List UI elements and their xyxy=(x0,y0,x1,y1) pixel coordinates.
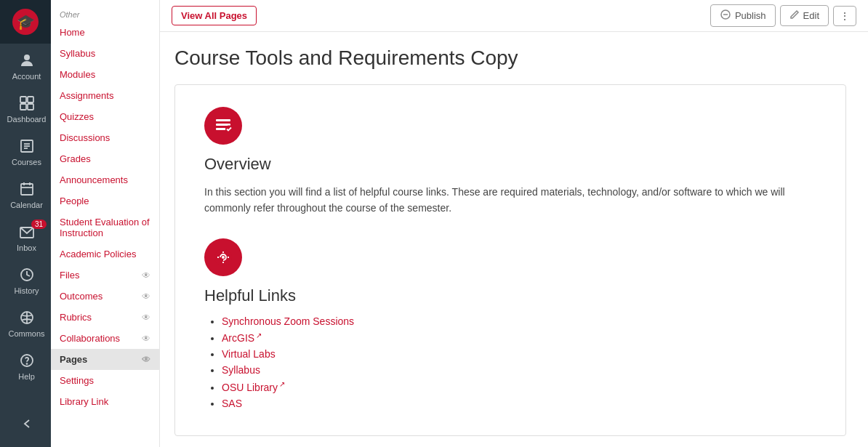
rubrics-visibility-icon: 👁 xyxy=(142,313,150,323)
svg-rect-1 xyxy=(20,97,26,102)
logo-icon: 🎓 xyxy=(12,9,39,35)
courses-nav-item[interactable]: Courses xyxy=(0,129,51,172)
files-visibility-icon: 👁 xyxy=(142,270,150,281)
course-nav-student-eval[interactable]: Student Evaluation of Instruction xyxy=(51,212,159,243)
svg-point-18 xyxy=(26,363,27,364)
overview-heading: Overview xyxy=(204,155,816,174)
link-arcgis[interactable]: ArcGIS↗ xyxy=(222,332,262,344)
list-item: Virtual Labs xyxy=(222,348,816,360)
overview-body: In this section you will find a list of … xyxy=(204,184,816,217)
sidebar-item-history[interactable]: History xyxy=(0,258,51,301)
sidebar-item-courses[interactable]: Courses xyxy=(0,129,51,172)
course-nav-modules[interactable]: Modules xyxy=(51,64,159,85)
list-item: ArcGIS↗ xyxy=(222,331,816,345)
content-area: Course Tools and Requirements Copy Overv… xyxy=(160,32,868,447)
sidebar-item-help[interactable]: Help xyxy=(0,344,51,387)
sidebar-item-inbox[interactable]: 31 Inbox xyxy=(0,215,51,258)
svg-rect-4 xyxy=(28,104,33,110)
collapse-icon xyxy=(17,414,36,433)
course-nav-academic-policies[interactable]: Academic Policies xyxy=(51,243,159,265)
svg-rect-9 xyxy=(21,184,33,195)
publish-icon xyxy=(720,9,731,23)
history-icon xyxy=(17,265,36,284)
svg-rect-21 xyxy=(216,119,230,121)
course-nav-settings[interactable]: Settings xyxy=(51,370,159,391)
course-nav-home[interactable]: Home xyxy=(51,22,159,43)
courses-label: Courses xyxy=(12,158,41,166)
dashboard-icon xyxy=(17,94,36,113)
course-nav-pages[interactable]: Pages 👁 xyxy=(51,349,159,370)
external-link-icon-2: ↗ xyxy=(279,380,285,388)
account-icon xyxy=(17,51,36,70)
logo[interactable]: 🎓 xyxy=(0,0,51,44)
top-bar-actions: Publish Edit ⋮ xyxy=(710,4,856,27)
help-icon xyxy=(17,351,36,370)
history-nav-item[interactable]: History xyxy=(0,258,51,301)
top-bar: View All Pages Publish Edit xyxy=(160,0,868,32)
main-content: View All Pages Publish Edit xyxy=(160,0,868,447)
calendar-icon xyxy=(17,180,36,198)
course-nav-announcements[interactable]: Announcements xyxy=(51,169,159,190)
inbox-badge: 31 xyxy=(31,220,47,229)
course-nav-outcomes[interactable]: Outcomes 👁 xyxy=(51,286,159,307)
publish-button[interactable]: Publish xyxy=(710,4,776,27)
helpful-links-icon xyxy=(204,238,242,276)
course-nav-section-label: Other xyxy=(51,4,159,22)
course-nav-library-link[interactable]: Library Link xyxy=(51,391,159,412)
course-nav-assignments[interactable]: Assignments xyxy=(51,85,159,106)
course-nav: Other Home Syllabus Modules Assignments … xyxy=(51,0,160,447)
more-options-button[interactable]: ⋮ xyxy=(833,6,856,26)
svg-rect-22 xyxy=(216,124,230,126)
course-nav-rubrics[interactable]: Rubrics 👁 xyxy=(51,307,159,328)
course-nav-people[interactable]: People xyxy=(51,190,159,212)
page-title: Course Tools and Requirements Copy xyxy=(174,47,846,70)
list-item: Syllabus xyxy=(222,364,816,376)
link-osu-library[interactable]: OSU Library↗ xyxy=(222,382,285,393)
commons-label: Commons xyxy=(8,329,44,338)
overview-icon xyxy=(204,107,242,145)
course-nav-collaborations[interactable]: Collaborations 👁 xyxy=(51,328,159,349)
dashboard-nav-item[interactable]: Dashboard xyxy=(0,86,51,129)
pages-visibility-icon: 👁 xyxy=(142,355,150,365)
link-sas[interactable]: SAS xyxy=(222,398,242,409)
view-all-pages-button[interactable]: View All Pages xyxy=(172,6,257,25)
course-nav-quizzes[interactable]: Quizzes xyxy=(51,106,159,127)
inbox-label: Inbox xyxy=(17,243,36,252)
list-item: OSU Library↗ xyxy=(222,380,816,393)
sidebar-item-calendar[interactable]: Calendar xyxy=(0,172,51,215)
help-label: Help xyxy=(18,372,35,381)
calendar-label: Calendar xyxy=(10,201,43,209)
svg-rect-23 xyxy=(216,128,226,130)
list-item: Synchronous Zoom Sessions xyxy=(222,315,816,327)
sidebar-item-account[interactable]: Account xyxy=(0,44,51,86)
link-virtual-labs[interactable]: Virtual Labs xyxy=(222,348,276,360)
dashboard-label: Dashboard xyxy=(7,115,47,124)
inbox-nav-item[interactable]: 31 Inbox xyxy=(0,215,51,258)
commons-icon xyxy=(17,308,36,327)
course-nav-grades[interactable]: Grades xyxy=(51,148,159,169)
sidebar-item-commons[interactable]: Commons xyxy=(0,301,51,344)
external-link-icon: ↗ xyxy=(256,331,262,339)
svg-point-26 xyxy=(222,256,225,259)
course-nav-syllabus[interactable]: Syllabus xyxy=(51,43,159,64)
calendar-nav-item[interactable]: Calendar xyxy=(0,172,51,215)
help-nav-item[interactable]: Help xyxy=(0,344,51,387)
svg-rect-2 xyxy=(28,97,33,102)
commons-nav-item[interactable]: Commons xyxy=(0,301,51,344)
svg-point-0 xyxy=(24,55,30,60)
collaborations-visibility-icon: 👁 xyxy=(142,334,150,344)
link-zoom[interactable]: Synchronous Zoom Sessions xyxy=(222,315,354,327)
account-nav-item[interactable]: Account xyxy=(0,44,51,86)
collapse-button[interactable] xyxy=(0,407,51,441)
course-nav-discussions[interactable]: Discussions xyxy=(51,127,159,148)
sidebar-item-dashboard[interactable]: Dashboard xyxy=(0,86,51,129)
history-label: History xyxy=(14,286,39,295)
outcomes-visibility-icon: 👁 xyxy=(142,291,150,302)
global-nav: 🎓 Account Dashboard xyxy=(0,0,51,447)
course-nav-files[interactable]: Files 👁 xyxy=(51,265,159,286)
edit-button[interactable]: Edit xyxy=(780,5,829,26)
svg-rect-3 xyxy=(20,104,26,110)
helpful-links-list: Synchronous Zoom Sessions ArcGIS↗ Virtua… xyxy=(204,315,816,409)
link-syllabus[interactable]: Syllabus xyxy=(222,364,260,376)
list-item: SAS xyxy=(222,398,816,409)
